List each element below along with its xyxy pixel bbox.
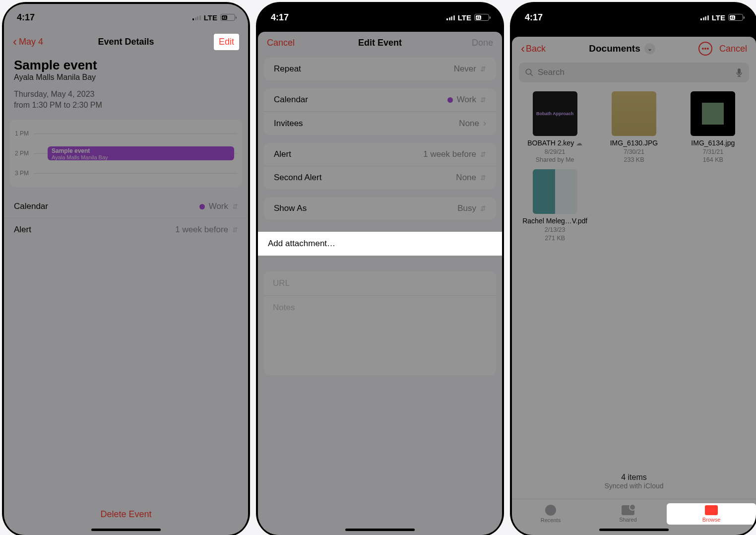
row-label: Alert	[14, 225, 31, 235]
row-value: 1 week before	[423, 149, 476, 159]
row-value: Never	[454, 64, 476, 74]
edit-button[interactable]: Edit	[214, 34, 239, 50]
alert-row[interactable]: Alert 1 week before⇵	[4, 218, 248, 241]
chevron-down-icon: ⌄	[644, 43, 655, 54]
file-date: 8/29/21	[517, 148, 593, 156]
clock: 4:17	[271, 12, 289, 23]
up-down-icon: ⇵	[480, 96, 486, 104]
up-down-icon: ⇵	[480, 174, 486, 182]
row-value: Work	[209, 201, 228, 211]
show-as-row[interactable]: Show As Busy⇵	[264, 197, 496, 220]
file-grid: Bobath Approach BOBATH 2.key ☁︎ 8/29/21 …	[512, 84, 756, 250]
calendar-row[interactable]: Calendar Work⇵	[4, 195, 248, 218]
back-button[interactable]: ‹ May 4	[13, 36, 43, 48]
delete-event-button[interactable]: Delete Event	[4, 500, 248, 529]
svg-rect-2	[738, 68, 741, 74]
invitees-row[interactable]: Invitees None›	[264, 112, 496, 135]
up-down-icon: ⇵	[480, 150, 486, 158]
repeat-row[interactable]: Repeat Never⇵	[264, 58, 496, 80]
calendar-row[interactable]: Calendar Work⇵	[264, 88, 496, 112]
folder-title[interactable]: Documents ⌄	[589, 43, 655, 54]
file-size: 233 KB	[596, 156, 672, 164]
file-shared: Shared by Me	[517, 156, 593, 164]
tab-label: Browse	[702, 517, 721, 523]
search-placeholder: Search	[538, 67, 731, 77]
row-value: 1 week before	[175, 225, 228, 235]
title-label: Documents	[589, 43, 640, 54]
second-alert-row[interactable]: Second Alert None⇵	[264, 166, 496, 189]
file-item[interactable]: IMG_6130.JPG 7/30/21 233 KB	[596, 91, 672, 164]
sync-status: Synced with iCloud	[512, 482, 756, 499]
file-item[interactable]: Bobath Approach BOBATH 2.key ☁︎ 8/29/21 …	[517, 91, 593, 164]
tab-bar: Recents Shared Browse	[512, 499, 756, 525]
file-name: BOBATH 2.key ☁︎	[517, 139, 593, 148]
notes-field[interactable]: Notes	[264, 296, 496, 375]
calendar-color-dot	[447, 97, 453, 103]
search-icon	[525, 68, 534, 77]
battery-icon: 41	[220, 14, 235, 21]
event-block-sub: Ayala Malls Manila Bay	[52, 154, 230, 160]
more-options-button[interactable]: •••	[698, 42, 712, 56]
row-value: None	[456, 173, 476, 183]
row-label: Repeat	[274, 64, 301, 74]
event-date: Thursday, May 4, 2023	[4, 82, 248, 101]
back-label: Back	[526, 44, 546, 54]
url-field[interactable]: URL	[264, 271, 496, 296]
page-title: Event Details	[98, 37, 154, 47]
documents-navbar: ‹ Back Documents ⌄ ••• Cancel	[512, 37, 756, 61]
row-label: Show As	[274, 203, 307, 213]
add-attachment-button[interactable]: Add attachment…	[258, 232, 502, 256]
event-block-title: Sample event	[52, 147, 230, 154]
dictation-icon[interactable]	[735, 67, 743, 77]
event-title: Sample event	[4, 53, 248, 73]
back-button[interactable]: ‹ Back	[521, 43, 546, 55]
alert-row[interactable]: Alert 1 week before⇵	[264, 143, 496, 166]
status-bar: 4:17 LTE 41	[258, 4, 502, 31]
network-label: LTE	[712, 13, 725, 22]
tab-label: Shared	[619, 517, 636, 523]
up-down-icon: ⇵	[480, 65, 486, 73]
event-time: from 1:30 PM to 2:30 PM	[4, 101, 248, 112]
event-block[interactable]: Sample event Ayala Malls Manila Bay	[48, 146, 234, 160]
calendar-color-dot	[199, 204, 205, 209]
tab-recents[interactable]: Recents	[512, 505, 589, 523]
done-button[interactable]: Done	[472, 38, 493, 48]
chevron-left-icon: ‹	[521, 43, 525, 55]
tab-shared[interactable]: Shared	[589, 505, 667, 523]
cloud-icon: ☁︎	[576, 139, 582, 147]
file-date: 7/31/21	[675, 148, 751, 156]
signal-icon	[700, 14, 709, 20]
back-label: May 4	[19, 37, 43, 47]
file-item[interactable]: IMG_6134.jpg 7/31/21 164 KB	[675, 91, 751, 164]
file-size: 271 KB	[517, 234, 593, 243]
row-label: Second Alert	[274, 173, 321, 183]
status-bar: 4:17 LTE 41	[4, 4, 248, 31]
cancel-button[interactable]: Cancel	[719, 44, 747, 54]
clock-icon	[545, 505, 556, 516]
signal-icon	[192, 14, 201, 20]
file-thumbnail: Bobath Approach	[533, 91, 577, 136]
file-name: Rachel Meleg…V.pdf	[517, 217, 593, 226]
edit-event-navbar: Cancel Edit Event Done	[258, 32, 502, 54]
home-indicator	[91, 529, 161, 531]
cancel-button[interactable]: Cancel	[267, 38, 295, 48]
tab-browse[interactable]: Browse	[667, 503, 756, 525]
file-name: IMG_6134.jpg	[675, 139, 751, 148]
network-label: LTE	[458, 13, 471, 22]
file-size: 164 KB	[675, 156, 751, 164]
file-item[interactable]: Rachel Meleg…V.pdf 2/13/23 271 KB	[517, 169, 593, 242]
battery-icon: 41	[728, 14, 743, 21]
row-value: None	[459, 119, 479, 129]
timeline-preview: 1 PM 2 PM Sample event Ayala Malls Manil…	[10, 120, 242, 187]
svg-point-0	[526, 69, 531, 74]
file-thumbnail	[533, 169, 577, 214]
folder-icon	[705, 505, 718, 515]
row-value: Busy	[457, 203, 476, 213]
tab-label: Recents	[541, 517, 561, 523]
search-input[interactable]: Search	[519, 63, 749, 82]
row-label: Invitees	[274, 119, 303, 129]
file-name: IMG_6130.JPG	[596, 139, 672, 148]
sheet-title: Edit Event	[358, 38, 402, 48]
hour-label: 1 PM	[15, 130, 29, 137]
signal-icon	[446, 14, 455, 20]
